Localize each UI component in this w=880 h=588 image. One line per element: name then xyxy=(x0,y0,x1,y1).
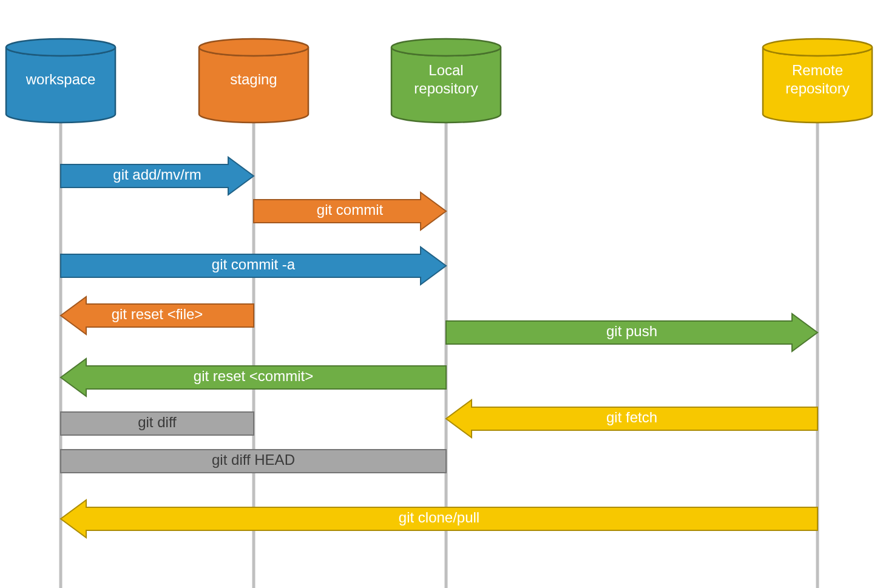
arrow-label-git-commit: git commit xyxy=(317,201,384,218)
cylinder-label2-local: repository xyxy=(414,80,478,96)
cylinder-local: Localrepository xyxy=(391,39,501,123)
arrow-label-git-commit-a: git commit -a xyxy=(212,256,296,272)
arrow-label-git-reset-file: git reset <file> xyxy=(112,306,203,322)
cylinder-workspace: workspace xyxy=(6,39,115,123)
cylinder-label1-workspace: workspace xyxy=(25,71,96,87)
cylinder-label2-remote: repository xyxy=(785,80,849,96)
bar-label-git-diff: git diff xyxy=(138,414,177,430)
arrow-git-fetch: git fetch xyxy=(446,400,817,438)
arrow-git-add: git add/mv/rm xyxy=(61,157,254,195)
svg-point-5 xyxy=(763,39,872,56)
bar-git-diff: git diff xyxy=(61,412,254,435)
bar-git-diff-head: git diff HEAD xyxy=(61,450,446,473)
arrow-label-git-add: git add/mv/rm xyxy=(113,166,201,183)
cylinder-label1-local: Local xyxy=(428,62,463,78)
cylinder-staging: staging xyxy=(199,39,308,123)
arrow-git-reset-file: git reset <file> xyxy=(61,297,254,334)
bar-label-git-diff-head: git diff HEAD xyxy=(212,451,295,468)
arrow-git-push: git push xyxy=(446,314,817,351)
cylinder-remote: Remoterepository xyxy=(763,39,872,123)
arrow-label-git-push: git push xyxy=(606,323,657,339)
arrow-git-clone-pull: git clone/pull xyxy=(61,500,817,538)
svg-point-4 xyxy=(391,39,501,56)
arrow-label-git-fetch: git fetch xyxy=(606,409,657,425)
cylinder-label1-staging: staging xyxy=(230,71,277,87)
svg-point-3 xyxy=(199,39,308,56)
svg-point-2 xyxy=(6,39,115,56)
arrow-label-git-reset-commit: git reset <commit> xyxy=(194,368,313,384)
cylinder-label1-remote: Remote xyxy=(792,62,843,78)
arrow-git-commit: git commit xyxy=(254,192,446,230)
arrow-label-git-clone-pull: git clone/pull xyxy=(399,509,479,525)
